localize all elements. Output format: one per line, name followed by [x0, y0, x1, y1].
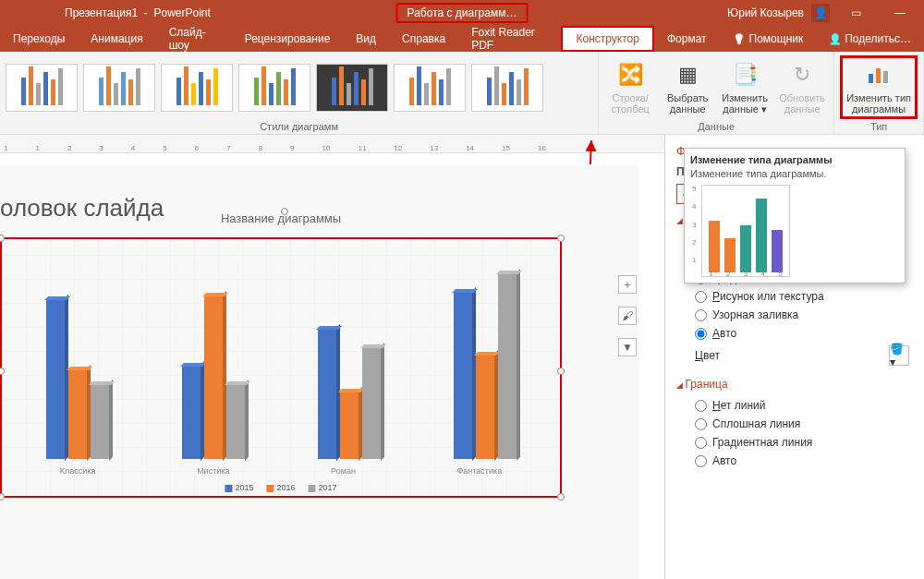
- chart-element-buttons: ＋ 🖌 ▼: [618, 275, 637, 356]
- chart-filters-button[interactable]: ▼: [618, 338, 637, 356]
- user-avatar-icon[interactable]: 👤: [811, 4, 830, 22]
- context-tab-label: Работа с диаграмм…: [396, 3, 529, 23]
- chart-style-thumb[interactable]: [238, 64, 310, 112]
- document-title: Презентация1 - PowerPoint: [65, 6, 211, 19]
- ribbon: Стили диаграмм 🔀 Строка/ столбец ▦ Выбра…: [0, 52, 924, 135]
- chart-bar[interactable]: [454, 293, 472, 459]
- tab-transitions[interactable]: Переходы: [0, 26, 78, 52]
- tab-format[interactable]: Формат: [654, 26, 720, 52]
- ribbon-options-button[interactable]: ▭: [837, 0, 874, 26]
- border-solid-radio[interactable]: Сплошная линия: [676, 415, 913, 433]
- border-gradient-radio[interactable]: Градиентная линия: [676, 433, 913, 452]
- edit-data-button[interactable]: 📑 Изменить данные ▾: [719, 60, 771, 115]
- chart-style-thumb[interactable]: [471, 64, 543, 112]
- change-chart-type-tooltip: Изменение типа диаграммы Изменение типа …: [684, 148, 906, 283]
- ribbon-tabs: Переходы Анимация Слайд-шоу Рецензирован…: [0, 26, 924, 52]
- tab-help[interactable]: Справка: [389, 26, 458, 52]
- tab-slideshow[interactable]: Слайд-шоу: [156, 26, 232, 52]
- type-group-label: Тип: [840, 119, 918, 132]
- svg-rect-2: [883, 71, 888, 83]
- chart-styles-label: Стили диаграмм: [6, 119, 592, 132]
- format-pane: Фо Пара ◆ З Нет заливки Сплошная заливка…: [665, 135, 924, 579]
- change-chart-type-button[interactable]: Изменить тип диаграммы: [840, 55, 918, 119]
- chart-bar[interactable]: [498, 274, 517, 459]
- tab-review[interactable]: Рецензирование: [232, 26, 344, 52]
- refresh-icon: ↻: [787, 60, 817, 90]
- chart-bar[interactable]: [226, 385, 245, 459]
- chart-elements-button[interactable]: ＋: [618, 275, 637, 294]
- switch-row-column-button: 🔀 Строка/ столбец: [604, 60, 656, 115]
- tab-animation[interactable]: Анимация: [78, 26, 155, 52]
- tab-view[interactable]: Вид: [343, 26, 389, 52]
- table-edit-icon: 📑: [730, 60, 760, 90]
- tab-design[interactable]: Конструктор: [561, 26, 653, 52]
- tooltip-description: Изменение типа диаграммы.: [690, 168, 899, 179]
- select-data-button[interactable]: ▦ Выбрать данные: [662, 60, 713, 115]
- chart-bar[interactable]: [362, 348, 381, 459]
- chart-bar[interactable]: [68, 370, 87, 459]
- chart-bar[interactable]: [91, 385, 109, 459]
- svg-rect-0: [869, 74, 873, 83]
- chart-style-thumb[interactable]: [83, 64, 155, 112]
- border-auto-radio[interactable]: Авто: [676, 452, 913, 470]
- chart-bar[interactable]: [318, 330, 336, 459]
- border-none-radio[interactable]: Нет линий: [676, 396, 913, 415]
- chart-style-thumb[interactable]: [316, 64, 388, 112]
- tell-me-button[interactable]: Помощник: [720, 26, 817, 52]
- chart-styles-button[interactable]: 🖌: [618, 307, 637, 325]
- share-button[interactable]: Поделитьс…: [816, 26, 924, 52]
- chart-style-thumb[interactable]: [161, 64, 233, 112]
- border-section-toggle[interactable]: Граница: [676, 378, 913, 391]
- fill-auto-radio[interactable]: Авто: [676, 324, 913, 343]
- chart-type-icon: [864, 60, 894, 90]
- chart-bar[interactable]: [46, 300, 65, 459]
- chart-bar[interactable]: [476, 356, 494, 459]
- chart-style-thumb[interactable]: [394, 64, 466, 112]
- minimize-button[interactable]: —: [881, 0, 918, 26]
- fill-pattern-radio[interactable]: Узорная заливка: [676, 306, 913, 324]
- fill-picture-radio[interactable]: Рисунок или текстура: [676, 287, 913, 306]
- tooltip-title: Изменение типа диаграммы: [690, 154, 899, 165]
- chart-bar[interactable]: [204, 296, 223, 459]
- chart-object[interactable]: КлассикаМистикаРоманФантастика 201520162…: [0, 237, 562, 498]
- grid-icon: ▦: [673, 60, 702, 90]
- switch-icon: 🔀: [615, 60, 645, 90]
- user-name: Юрий Козырев: [727, 6, 804, 19]
- slide-editor[interactable]: 112345678910111213141516 оловок слайда Н…: [0, 135, 665, 579]
- chart-bar[interactable]: [340, 392, 359, 459]
- chart-style-thumb[interactable]: [6, 64, 78, 112]
- svg-rect-1: [876, 68, 881, 83]
- horizontal-ruler: 112345678910111213141516: [0, 135, 664, 153]
- refresh-data-button: ↻ Обновить данные: [776, 60, 828, 115]
- data-group-label: Данные: [604, 119, 828, 132]
- tooltip-mini-chart: 12345: [701, 185, 790, 277]
- chart-styles-gallery[interactable]: [6, 55, 592, 119]
- tab-foxit[interactable]: Foxit Reader PDF: [458, 26, 561, 52]
- title-bar: Презентация1 - PowerPoint Работа с диагр…: [0, 0, 924, 26]
- color-label: Цвет: [695, 349, 720, 362]
- chart-bar[interactable]: [182, 367, 201, 459]
- color-picker-button[interactable]: 🪣▾: [889, 345, 909, 366]
